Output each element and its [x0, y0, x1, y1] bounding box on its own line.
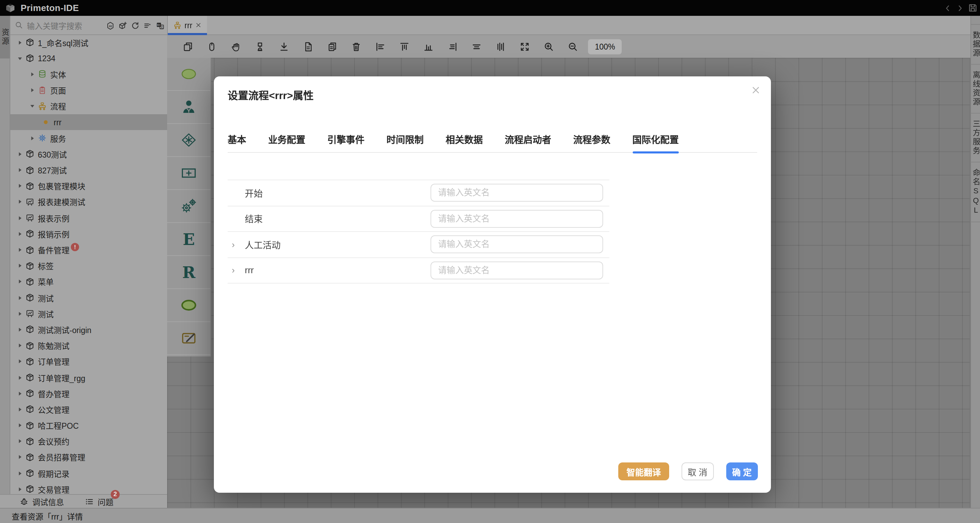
tree-item[interactable]: 会议预约: [10, 433, 167, 449]
ai-button[interactable]: [106, 19, 115, 31]
tree-item[interactable]: 1234: [10, 50, 167, 66]
caret-right-icon[interactable]: [29, 71, 36, 78]
download-button[interactable]: [278, 40, 290, 53]
tree-item[interactable]: 827测试: [10, 162, 167, 178]
caret-right-icon[interactable]: [16, 342, 23, 349]
brush-button[interactable]: [255, 40, 266, 53]
tree-item[interactable]: 报表示例: [10, 210, 167, 226]
tree-item[interactable]: 测试测试-origin: [10, 322, 167, 338]
caret-down-icon[interactable]: [29, 103, 36, 110]
caret-right-icon[interactable]: [16, 486, 23, 493]
tree-item[interactable]: 实体: [10, 66, 167, 82]
tree-item[interactable]: 会员招募管理: [10, 450, 167, 465]
caret-right-icon[interactable]: [16, 214, 23, 221]
nav-forward-button[interactable]: [954, 2, 966, 14]
align-top-button[interactable]: [399, 40, 410, 53]
tree-item[interactable]: 哈工程POC: [10, 417, 167, 433]
dialog-tab[interactable]: 流程参数: [573, 132, 610, 152]
zoom-in-button[interactable]: [543, 40, 554, 53]
cancel-button[interactable]: 取 消: [681, 462, 714, 480]
mouse-button[interactable]: [206, 40, 217, 53]
align-bottom-button[interactable]: [423, 40, 434, 53]
right-rail-tab[interactable]: 命名SQL: [971, 163, 980, 222]
caret-right-icon[interactable]: [29, 134, 36, 142]
nav-back-button[interactable]: [942, 2, 954, 14]
right-rail-tab[interactable]: 数据源: [971, 24, 980, 65]
caret-right-icon[interactable]: [16, 406, 23, 413]
caret-right-icon[interactable]: [16, 422, 23, 429]
tree-item[interactable]: 交易管理: [10, 482, 167, 494]
filter-list-button[interactable]: [143, 19, 152, 31]
search-input[interactable]: 输入关键字搜索: [27, 20, 106, 30]
caret-right-icon[interactable]: [16, 358, 23, 365]
file-button[interactable]: [302, 40, 313, 53]
expand-chevron-icon[interactable]: ›: [232, 240, 242, 249]
palette-item-auto[interactable]: [167, 190, 210, 223]
caret-right-icon[interactable]: [16, 326, 23, 333]
copy-button[interactable]: [182, 40, 193, 53]
dialog-tab[interactable]: 国际化配置: [632, 132, 679, 152]
refresh-button[interactable]: [130, 19, 140, 31]
problems-tab[interactable]: 问题 2: [84, 496, 113, 507]
tree-item[interactable]: 流程: [10, 99, 167, 114]
caret-down-icon[interactable]: [16, 55, 23, 62]
tree-item[interactable]: 报销示例: [10, 226, 167, 242]
palette-item-human[interactable]: [167, 91, 210, 124]
tree-item[interactable]: 假期记录: [10, 465, 167, 481]
editor-tab-rrr[interactable]: rrr: [168, 16, 207, 34]
caret-right-icon[interactable]: [16, 310, 23, 317]
zoom-out-button[interactable]: [567, 40, 578, 53]
tree-item[interactable]: 订单管理_rgg: [10, 370, 167, 385]
dialog-close-button[interactable]: [750, 85, 761, 96]
add-package-button[interactable]: [118, 19, 127, 31]
palette-item-decision[interactable]: [167, 124, 210, 157]
tree-item[interactable]: 菜单: [10, 274, 167, 290]
caret-right-icon[interactable]: [29, 87, 36, 94]
caret-right-icon[interactable]: [16, 231, 23, 238]
align-center-button[interactable]: [471, 40, 482, 53]
caret-right-icon[interactable]: [16, 278, 23, 285]
confirm-button[interactable]: 确 定: [726, 462, 758, 480]
tab-close-icon[interactable]: [195, 22, 202, 28]
palette-item-end[interactable]: [167, 289, 210, 322]
dialog-tab[interactable]: 引擎事件: [327, 132, 364, 152]
caret-right-icon[interactable]: [16, 246, 23, 253]
palette-item-letter-R[interactable]: R: [167, 256, 210, 289]
tree-item[interactable]: 630测试: [10, 146, 167, 162]
caret-right-icon[interactable]: [16, 438, 23, 445]
zoom-level-box[interactable]: 100%: [588, 39, 622, 54]
smart-translate-button[interactable]: 智能翻译: [618, 462, 669, 480]
dialog-tab[interactable]: 时间限制: [387, 132, 424, 152]
dialog-tab[interactable]: 相关数据: [445, 132, 483, 152]
caret-right-icon[interactable]: [16, 199, 23, 206]
distribute-vertical-button[interactable]: [495, 40, 506, 53]
tree-item[interactable]: 测试: [10, 306, 167, 321]
trash-button[interactable]: [351, 40, 362, 53]
caret-right-icon[interactable]: [16, 262, 23, 269]
english-name-input[interactable]: [431, 210, 603, 228]
debug-info-tab[interactable]: 调试信息: [19, 496, 64, 507]
dialog-tab[interactable]: 流程启动者: [505, 132, 551, 152]
align-right-button[interactable]: [447, 40, 458, 53]
file-copy-button[interactable]: [327, 40, 338, 53]
palette-item-start[interactable]: [167, 58, 210, 91]
english-name-input[interactable]: [431, 184, 603, 202]
caret-right-icon[interactable]: [16, 470, 23, 477]
rail-tab-resources[interactable]: 资源: [0, 16, 10, 59]
tree-item[interactable]: 公文管理: [10, 402, 167, 417]
tree-item[interactable]: 陈勉测试: [10, 338, 167, 353]
tree-item[interactable]: 备件管理!: [10, 242, 167, 258]
caret-right-icon[interactable]: [16, 390, 23, 397]
dialog-tab[interactable]: 基本: [228, 132, 246, 152]
tree-item[interactable]: 报表建模测试: [10, 194, 167, 210]
caret-right-icon[interactable]: [16, 294, 23, 301]
caret-right-icon[interactable]: [16, 183, 23, 190]
fullscreen-button[interactable]: [519, 40, 530, 53]
english-name-input[interactable]: [431, 262, 603, 279]
caret-right-icon[interactable]: [16, 167, 23, 174]
tree-item[interactable]: 页面: [10, 82, 167, 98]
english-name-input[interactable]: [431, 236, 603, 254]
tree-item[interactable]: 包裹管理模块: [10, 178, 167, 194]
caret-right-icon[interactable]: [16, 454, 23, 461]
tree-item[interactable]: 督办管理: [10, 385, 167, 401]
